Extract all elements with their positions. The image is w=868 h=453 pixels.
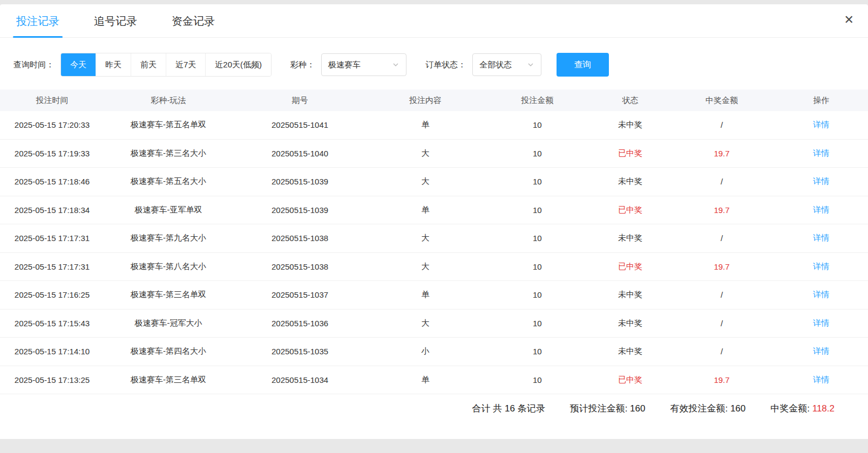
summary-total-records: 合计 共 16 条记录 [472,402,545,415]
table-row: 2025-05-15 17:14:10 极速赛车-第四名大小 20250515-… [0,338,868,366]
time-option-yesterday[interactable]: 昨天 [96,53,131,76]
chevron-down-icon [392,61,399,68]
detail-link[interactable]: 详情 [774,262,868,272]
tab-chase-records[interactable]: 追号记录 [94,4,137,38]
col-header-amount: 投注金额 [484,95,591,106]
col-header-content: 投注内容 [367,95,483,106]
detail-link[interactable]: 详情 [774,375,868,385]
cell-status: 未中奖 [591,290,669,300]
time-option-day-before[interactable]: 前天 [131,53,166,76]
col-header-action: 操作 [774,95,868,106]
cell-amount: 10 [484,149,591,158]
summary-bar: 合计 共 16 条记录 预计投注金额: 160 有效投注金额: 160 中奖金额… [0,394,868,422]
cell-time: 2025-05-15 17:17:31 [0,262,104,271]
summary-win-amount: 中奖金额: 118.2 [770,402,835,415]
cell-win: / [669,177,775,186]
time-range-group: 今天 昨天 前天 近7天 近20天(低频) [60,53,272,77]
cell-amount: 10 [484,262,591,271]
cell-content: 大 [367,262,483,272]
summary-win-label: 中奖金额: [770,403,812,414]
cell-win: / [669,319,775,328]
detail-link[interactable]: 详情 [774,233,868,243]
tab-bar: 投注记录 追号记录 资金记录 ✕ [0,4,868,38]
cell-content: 单 [367,375,483,385]
detail-link[interactable]: 详情 [774,120,868,130]
order-status-select[interactable]: 全部状态 [472,53,541,76]
cell-content: 单 [367,120,483,130]
table-row: 2025-05-15 17:17:31 极速赛车-第九名大小 20250515-… [0,224,868,253]
cell-win: / [669,290,775,299]
detail-link[interactable]: 详情 [774,346,868,356]
cell-status: 已中奖 [591,205,669,215]
tab-bet-records[interactable]: 投注记录 [16,4,59,38]
cell-play: 极速赛车-亚军单双 [104,205,233,215]
table-row: 2025-05-15 17:16:25 极速赛车-第三名单双 20250515-… [0,281,868,310]
col-header-play: 彩种-玩法 [104,95,233,106]
time-option-7days[interactable]: 近7天 [166,53,205,76]
cell-amount: 10 [484,177,591,186]
summary-win-value: 118.2 [812,403,835,414]
cell-issue: 20250515-1037 [233,290,367,299]
cell-issue: 20250515-1041 [233,120,367,129]
cell-status: 已中奖 [591,262,669,272]
cell-amount: 10 [484,290,591,299]
cell-time: 2025-05-15 17:18:46 [0,177,104,186]
detail-link[interactable]: 详情 [774,205,868,215]
table-row: 2025-05-15 17:19:33 极速赛车-第三名大小 20250515-… [0,140,868,168]
cell-play: 极速赛车-第八名大小 [104,262,233,272]
table-row: 2025-05-15 17:18:46 极速赛车-第五名大小 20250515-… [0,168,868,196]
query-time-label: 查询时间： [13,60,54,70]
bet-records-table: 投注时间 彩种-玩法 期号 投注内容 投注金额 状态 中奖金额 操作 2025-… [0,90,868,394]
query-button[interactable]: 查询 [557,53,609,77]
col-header-win-amount: 中奖金额 [669,95,775,106]
cell-issue: 20250515-1039 [233,177,367,186]
time-option-today[interactable]: 今天 [61,53,96,76]
time-option-20days[interactable]: 近20天(低频) [205,53,271,76]
cell-time: 2025-05-15 17:20:33 [0,120,104,129]
detail-link[interactable]: 详情 [774,290,868,300]
cell-content: 大 [367,233,483,243]
close-icon[interactable]: ✕ [844,14,854,26]
cell-issue: 20250515-1040 [233,149,367,158]
table-row: 2025-05-15 17:20:33 极速赛车-第五名单双 20250515-… [0,111,868,140]
summary-valid-amount: 有效投注金额: 160 [670,402,745,415]
chevron-down-icon [527,61,534,68]
lottery-type-select[interactable]: 极速赛车 [321,53,406,76]
cell-amount: 10 [484,120,591,129]
cell-time: 2025-05-15 17:17:31 [0,234,104,243]
cell-play: 极速赛车-第三名单双 [104,290,233,300]
cell-win: 19.7 [669,205,775,215]
cell-status: 未中奖 [591,318,669,328]
table-row: 2025-05-15 17:17:31 极速赛车-第八名大小 20250515-… [0,253,868,282]
cell-content: 大 [367,148,483,159]
cell-win: / [669,234,775,243]
cell-content: 小 [367,346,483,356]
cell-issue: 20250515-1035 [233,347,367,356]
cell-content: 大 [367,176,483,187]
cell-content: 大 [367,318,483,328]
cell-content: 单 [367,290,483,300]
cell-status: 未中奖 [591,346,669,356]
cell-status: 已中奖 [591,375,669,385]
cell-play: 极速赛车-第四名大小 [104,346,233,356]
col-header-bet-time: 投注时间 [0,95,104,106]
detail-link[interactable]: 详情 [774,176,868,187]
cell-amount: 10 [484,319,591,328]
cell-amount: 10 [484,375,591,385]
tab-fund-records[interactable]: 资金记录 [172,4,215,38]
cell-win: / [669,347,775,356]
cell-content: 单 [367,205,483,215]
detail-link[interactable]: 详情 [774,148,868,159]
cell-time: 2025-05-15 17:13:25 [0,375,104,385]
cell-time: 2025-05-15 17:14:10 [0,347,104,356]
cell-amount: 10 [484,234,591,243]
cell-win: / [669,120,775,129]
cell-win: 19.7 [669,262,775,271]
cell-amount: 10 [484,347,591,356]
cell-time: 2025-05-15 17:16:25 [0,290,104,299]
detail-link[interactable]: 详情 [774,318,868,328]
col-header-issue: 期号 [233,95,367,106]
cell-status: 未中奖 [591,176,669,187]
order-status-value: 全部状态 [479,60,512,70]
cell-status: 已中奖 [591,148,669,159]
